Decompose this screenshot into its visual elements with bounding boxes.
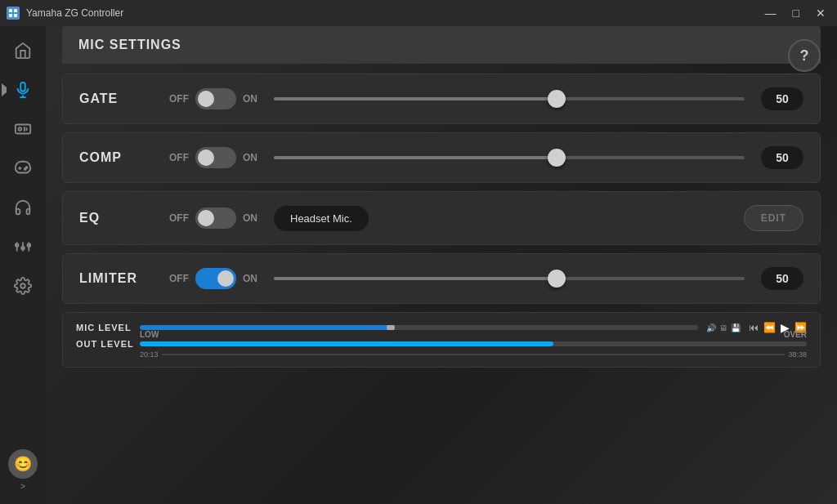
title-bar: Yamaha ZG Controller — □ ✕ <box>0 0 837 26</box>
comp-toggle-knob <box>198 149 214 166</box>
section-header: MIC SETTINGS <box>62 26 821 64</box>
comp-toggle-group: OFF ON <box>169 147 257 168</box>
window-title: Yamaha ZG Controller <box>26 7 760 19</box>
gate-toggle[interactable] <box>195 88 236 109</box>
comp-on-label: ON <box>243 152 257 163</box>
main-content: ? MIC SETTINGS GATE OFF ON 50 <box>46 26 837 504</box>
sidebar-item-settings[interactable] <box>5 268 41 304</box>
eq-toggle-knob <box>198 210 214 226</box>
monitor-icon: 🖥 <box>719 323 727 332</box>
comp-label: COMP <box>79 150 153 165</box>
levels-bar: MIC LEVEL 🔊 🖥 💾 ⏮ ⏪ ▶ ⏩ <box>62 312 821 368</box>
eq-preset-button[interactable]: Headset Mic. <box>274 206 369 231</box>
gate-label: GATE <box>79 91 153 106</box>
limiter-toggle[interactable] <box>195 268 236 289</box>
svg-rect-1 <box>14 9 17 12</box>
mic-level-track[interactable] <box>140 325 698 330</box>
comp-slider[interactable] <box>274 156 745 159</box>
gate-slider[interactable] <box>274 97 745 100</box>
gate-toggle-knob <box>198 91 214 107</box>
limiter-toggle-group: OFF ON <box>169 268 257 289</box>
time-start: 20:13 <box>140 350 159 359</box>
limiter-value: 50 <box>761 267 803 290</box>
save-icon: 💾 <box>731 323 741 332</box>
eq-on-label: ON <box>243 212 257 224</box>
low-label: LOW <box>140 330 159 339</box>
gate-value: 50 <box>761 87 803 110</box>
close-button[interactable]: ✕ <box>811 3 830 23</box>
eq-toggle[interactable] <box>195 207 236 229</box>
section-title: MIC SETTINGS <box>78 38 181 51</box>
eq-row: EQ OFF ON Headset Mic. EDIT <box>62 191 821 245</box>
minimize-button[interactable]: — <box>760 3 781 23</box>
eq-edit-button[interactable]: EDIT <box>744 205 803 231</box>
app-body: 😊 > ? MIC SETTINGS GATE OFF ON <box>0 26 837 504</box>
eq-label: EQ <box>79 211 153 225</box>
sidebar-item-fx[interactable] <box>5 111 41 147</box>
sidebar-item-mic[interactable] <box>5 72 41 108</box>
sidebar-expand-button[interactable]: > <box>20 482 25 491</box>
rewind-button[interactable]: ⏮ <box>749 322 759 333</box>
window-controls: — □ ✕ <box>760 3 830 23</box>
svg-rect-2 <box>9 14 12 17</box>
comp-off-label: OFF <box>169 152 189 163</box>
sidebar-item-gamepad[interactable] <box>5 150 41 186</box>
fast-rewind-button[interactable]: ⏪ <box>763 322 776 333</box>
svg-rect-4 <box>20 83 25 91</box>
comp-toggle[interactable] <box>195 147 236 168</box>
limiter-slider[interactable] <box>274 277 745 280</box>
sidebar-item-headphone[interactable] <box>5 190 41 225</box>
volume-icon: 🔊 <box>706 323 716 332</box>
out-level-label: OUT LEVEL <box>76 339 135 349</box>
comp-row: COMP OFF ON 50 <box>62 132 821 183</box>
mic-level-label: MIC LEVEL <box>76 323 135 332</box>
gate-toggle-group: OFF ON <box>169 88 257 109</box>
help-button[interactable]: ? <box>788 39 821 72</box>
limiter-on-label: ON <box>243 273 257 284</box>
over-label: OVER <box>784 330 807 339</box>
out-level-track[interactable] <box>140 341 807 346</box>
svg-rect-3 <box>14 14 17 17</box>
limiter-toggle-knob <box>217 270 234 287</box>
svg-point-12 <box>25 168 26 170</box>
gate-slider-container <box>274 97 745 100</box>
sidebar-item-home[interactable] <box>5 33 41 69</box>
gate-on-label: ON <box>243 93 257 105</box>
limiter-slider-container <box>274 277 745 280</box>
gate-off-label: OFF <box>169 93 189 105</box>
maximize-button[interactable]: □ <box>788 3 804 23</box>
limiter-row: LIMITER OFF ON 50 <box>62 253 821 304</box>
svg-point-8 <box>19 127 22 131</box>
sidebar-bottom: 😊 > <box>8 449 38 497</box>
eq-toggle-group: OFF ON <box>169 207 257 229</box>
app-icon <box>7 7 20 20</box>
eq-off-label: OFF <box>169 212 189 224</box>
gate-row: GATE OFF ON 50 <box>62 74 821 124</box>
sidebar-item-mixer[interactable] <box>5 229 41 265</box>
comp-value: 50 <box>761 146 803 169</box>
svg-rect-0 <box>9 9 12 12</box>
comp-slider-container <box>274 156 745 159</box>
sidebar: 😊 > <box>0 26 46 504</box>
avatar[interactable]: 😊 <box>8 449 38 479</box>
time-end: 38:38 <box>788 350 807 359</box>
limiter-off-label: OFF <box>169 273 189 284</box>
svg-point-19 <box>20 283 25 288</box>
limiter-label: LIMITER <box>79 271 153 286</box>
